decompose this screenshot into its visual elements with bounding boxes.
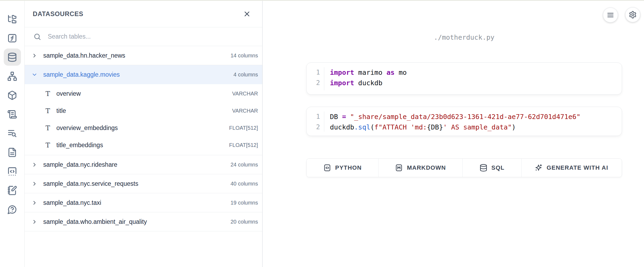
column-type: VARCHAR: [232, 91, 258, 97]
add-cell-button-label: PYTHON: [335, 164, 362, 171]
code-line: import duckdb: [330, 78, 622, 88]
settings-button[interactable]: [625, 7, 640, 22]
sidebar-item-variables[interactable]: [4, 29, 21, 47]
scroll-text-icon: [7, 109, 17, 119]
table-row[interactable]: sample_data.who.ambient_air_quality20 co…: [25, 212, 262, 231]
code-token: .sql: [354, 123, 370, 131]
notebook-filename: ./motherduck.py: [306, 34, 622, 41]
add-cell-button-generate-with-ai[interactable]: GENERATE WITH AI: [522, 159, 621, 177]
code-cell[interactable]: 12DB = "_share/sample_data/23b0d623-1361…: [306, 107, 622, 136]
sidebar-item-outline[interactable]: [4, 106, 21, 123]
chevron-right-icon[interactable]: [31, 200, 38, 206]
table-name: sample_data.nyc.service_requests: [43, 180, 138, 187]
code-token: ' AS sample_data": [443, 123, 512, 131]
notebook-main: ./motherduck.py PYTHONMARKDOWNSQLGENERAT…: [263, 1, 644, 267]
code-cell[interactable]: 12import marimo as moimport duckdb: [306, 62, 622, 95]
chevron-down-icon[interactable]: [31, 72, 38, 78]
close-icon: [243, 10, 251, 18]
file-text-icon: [7, 147, 17, 157]
sidebar-item-dependencies[interactable]: [4, 68, 21, 85]
folder-tree-icon: [7, 14, 17, 24]
column-row[interactable]: TtitleVARCHAR: [25, 102, 262, 119]
datasources-panel-header: DATASOURCES: [25, 1, 262, 27]
table-columns-group: ToverviewVARCHARTtitleVARCHARToverview_e…: [25, 84, 262, 155]
text-type-icon: T: [42, 107, 53, 115]
add-cell-button-python[interactable]: PYTHON: [307, 159, 379, 177]
search-input[interactable]: [47, 33, 256, 40]
network-icon: [7, 71, 17, 81]
table-column-count: 19 columns: [231, 200, 258, 206]
sidebar-item-packages[interactable]: [4, 87, 21, 104]
table-row[interactable]: sample_data.nyc.service_requests40 colum…: [25, 174, 262, 193]
list-search-icon: [7, 128, 17, 138]
add-cell-button-sql[interactable]: SQL: [463, 159, 522, 177]
datasources-panel: DATASOURCES sample_data.hn.hacker_news14…: [25, 1, 263, 267]
code-line: DB = "_share/sample_data/23b0d623-1361-4…: [330, 112, 622, 122]
code-token: import: [330, 69, 354, 76]
table-row[interactable]: sample_data.kaggle.movies4 columns: [25, 65, 262, 84]
code-editor[interactable]: import marimo as moimport duckdb: [324, 67, 622, 90]
sidebar-item-scratchpad[interactable]: [4, 182, 21, 199]
code-token: "_share/sample_data/23b0d623-1361-421d-a…: [350, 113, 580, 121]
chevron-right-icon[interactable]: [31, 219, 38, 225]
box-icon: [7, 90, 17, 100]
column-name: title_embeddings: [56, 142, 103, 149]
text-type-icon: T: [42, 124, 53, 132]
column-row[interactable]: ToverviewVARCHAR: [25, 85, 262, 102]
line-number: 2: [307, 78, 320, 88]
add-cell-button-markdown[interactable]: MARKDOWN: [379, 159, 463, 177]
window-top-strip: [0, 0, 644, 1]
code-editor[interactable]: DB = "_share/sample_data/23b0d623-1361-4…: [324, 112, 622, 132]
add-cell-toolbar: PYTHONMARKDOWNSQLGENERATE WITH AI: [306, 158, 622, 177]
sidebar-item-snippets[interactable]: [4, 163, 21, 180]
code-token: [346, 113, 350, 121]
code-token: =: [342, 113, 346, 121]
close-panel-button[interactable]: [242, 9, 252, 19]
code-token: duckdb: [330, 123, 354, 131]
column-type: FLOAT[512]: [229, 142, 258, 148]
code-token: f"ATTACH 'md:: [374, 123, 427, 131]
line-number: 1: [307, 112, 320, 122]
panel-title: DATASOURCES: [33, 10, 83, 18]
table-column-count: 14 columns: [231, 53, 258, 59]
gear-icon: [629, 11, 637, 19]
sidebar-item-documentation[interactable]: [4, 144, 21, 161]
tables-list: sample_data.hn.hacker_news14 columnssamp…: [25, 46, 262, 231]
add-cell-button-label: GENERATE WITH AI: [547, 164, 608, 171]
sidebar-item-file-explorer[interactable]: [4, 10, 21, 28]
add-cell-button-label: SQL: [492, 164, 505, 171]
code-token: import: [330, 79, 354, 87]
table-name: sample_data.nyc.rideshare: [43, 161, 117, 168]
column-name: overview: [56, 90, 81, 97]
table-row[interactable]: sample_data.hn.hacker_news14 columns: [25, 46, 262, 65]
column-name: title: [56, 107, 66, 114]
notebook-pen-icon: [7, 186, 17, 195]
line-number: 2: [307, 122, 320, 132]
notebook-menu-button[interactable]: [603, 8, 618, 23]
sidebar-item-datasources[interactable]: [4, 49, 21, 66]
table-column-count: 20 columns: [231, 219, 258, 225]
column-type: FLOAT[512]: [229, 125, 258, 131]
sparkles-icon: [534, 164, 543, 172]
code-token: mo: [395, 69, 407, 76]
column-type: VARCHAR: [232, 108, 258, 114]
table-row[interactable]: sample_data.nyc.taxi19 columns: [25, 193, 262, 212]
chevron-right-icon[interactable]: [31, 53, 38, 59]
database-icon: [479, 164, 487, 172]
chevron-right-icon[interactable]: [31, 162, 38, 168]
database-icon: [7, 52, 17, 62]
table-column-count: 24 columns: [231, 162, 258, 168]
sidebar-item-logs[interactable]: [4, 125, 21, 142]
code-token: ): [512, 123, 516, 131]
column-row[interactable]: Ttitle_embeddingsFLOAT[512]: [25, 136, 262, 154]
text-type-icon: T: [42, 90, 53, 98]
search-icon: [33, 33, 41, 41]
code-line: import marimo as mo: [330, 67, 622, 78]
column-name: overview_embeddings: [56, 124, 118, 132]
table-row[interactable]: sample_data.nyc.rideshare24 columns: [25, 155, 262, 174]
sidebar-item-help[interactable]: [4, 201, 21, 218]
code-token: DB: [330, 113, 342, 121]
chevron-right-icon[interactable]: [31, 181, 38, 187]
column-row[interactable]: Toverview_embeddingsFLOAT[512]: [25, 119, 262, 136]
code-token: as: [387, 69, 395, 76]
